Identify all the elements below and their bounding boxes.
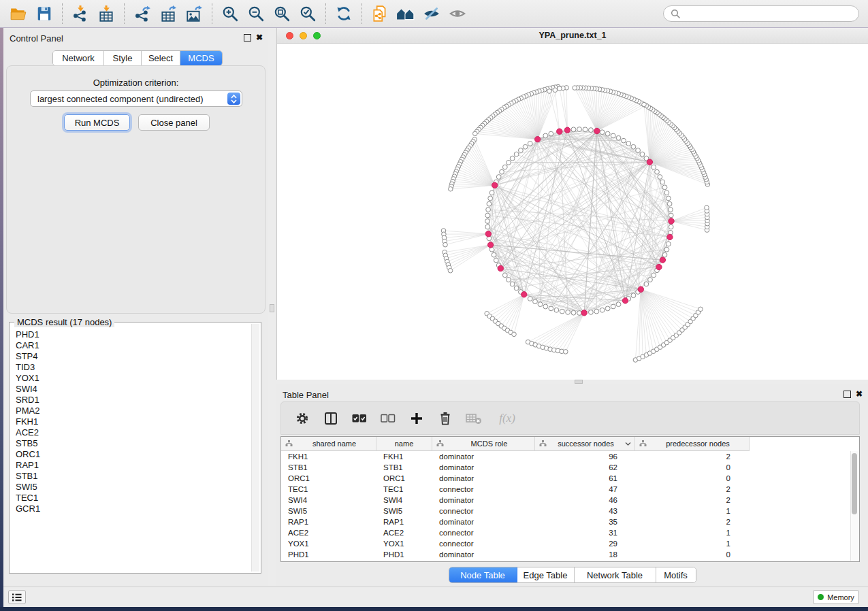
zoom-out-button[interactable] [243,1,269,26]
export-network-button[interactable] [129,1,155,26]
network-node[interactable] [655,169,660,174]
mcds-hub-node[interactable] [667,234,673,240]
toggle-panel-layout-button[interactable] [322,410,340,427]
mcds-hub-node[interactable] [581,310,587,316]
select-all-rows-button[interactable] [351,410,368,427]
network-node[interactable] [486,208,491,212]
network-node[interactable] [594,309,599,314]
network-node[interactable] [496,175,501,180]
network-node[interactable] [636,148,641,153]
leaf-node[interactable] [573,86,577,90]
network-node[interactable] [507,278,511,282]
network-node[interactable] [669,213,673,218]
leaf-node[interactable] [553,88,558,93]
network-node[interactable] [589,310,594,315]
network-node[interactable] [571,127,576,132]
table-row[interactable]: RAP1RAP1dominator352 [281,516,859,527]
network-node[interactable] [652,165,656,169]
network-node[interactable] [611,304,615,309]
float-panel-icon[interactable] [843,391,851,398]
table-row[interactable]: ORC1ORC1dominator610 [281,473,859,484]
mcds-result-item[interactable]: FKH1 [11,416,251,427]
table-scrollbar[interactable] [850,451,858,561]
mcds-list-scrollbar[interactable] [251,324,259,572]
network-canvas[interactable] [277,44,868,380]
network-node[interactable] [507,161,511,165]
mcds-hub-node[interactable] [622,298,628,303]
mcds-result-item[interactable]: SWI5 [11,482,251,493]
mcds-hub-node[interactable] [498,265,503,271]
network-node[interactable] [560,309,564,314]
network-node[interactable] [510,156,515,161]
mcds-hub-node[interactable] [638,286,643,292]
close-panel-icon[interactable]: ✖ [856,391,863,397]
mcds-result-item[interactable]: PHD1 [11,329,251,340]
search-field[interactable] [663,5,859,22]
network-node[interactable] [549,131,553,136]
mcds-result-item[interactable]: STB5 [11,438,251,449]
network-node[interactable] [543,133,548,138]
leaf-node[interactable] [558,86,562,91]
network-node[interactable] [514,152,519,156]
table-row[interactable]: FKH1FKH1dominator962 [281,451,859,462]
network-node[interactable] [485,213,490,218]
optimization-criterion-select[interactable]: largest connected component (undirected) [30,90,242,107]
network-node[interactable] [662,185,667,190]
hide-selected-button[interactable] [419,1,445,26]
mcds-hub-node[interactable] [521,292,527,297]
mcds-hub-node[interactable] [487,242,493,248]
network-node[interactable] [664,247,669,252]
deselect-all-rows-button[interactable] [379,410,397,427]
network-node[interactable] [533,299,538,304]
tab-motifs[interactable]: Motifs [656,567,696,582]
network-node[interactable] [669,225,673,229]
network-node[interactable] [571,310,576,315]
delete-column-button[interactable] [436,410,454,427]
network-node[interactable] [488,196,493,201]
column-header-successor-nodes[interactable]: successor nodes [535,437,635,451]
mcds-hub-node[interactable] [656,264,662,269]
vertical-splitter[interactable] [268,28,276,587]
table-row[interactable]: STB1STB1dominator620 [281,462,859,473]
network-node[interactable] [583,127,588,132]
network-node[interactable] [502,165,507,169]
mcds-result-item[interactable]: STP4 [11,351,251,362]
column-header-predecessor-nodes[interactable]: predecessor nodes [635,437,750,451]
network-node[interactable] [652,273,656,278]
mcds-hub-node[interactable] [660,257,665,263]
network-node[interactable] [622,138,626,143]
network-node[interactable] [600,130,605,135]
network-node[interactable] [487,201,492,206]
leaf-node[interactable] [547,89,552,94]
mcds-result-item[interactable]: SWI4 [11,384,251,395]
leaf-node[interactable] [512,332,517,337]
network-node[interactable] [494,258,498,263]
tab-select[interactable]: Select [142,51,180,65]
export-table-button[interactable] [155,1,181,26]
mcds-hub-node[interactable] [492,182,498,188]
network-node[interactable] [543,304,548,309]
leaf-node[interactable] [705,205,709,210]
mcds-hub-node[interactable] [564,127,570,133]
duplicate-network-button[interactable] [367,1,393,26]
tab-network-table[interactable]: Network Table [575,567,656,582]
mcds-hub-node[interactable] [669,218,674,224]
mcds-result-item[interactable]: CAR1 [11,340,251,351]
network-node[interactable] [589,128,594,133]
network-node[interactable] [514,286,519,291]
first-neighbors-button[interactable] [393,1,419,26]
tab-edge-table[interactable]: Edge Table [517,567,575,582]
mcds-result-item[interactable]: PMA2 [11,406,251,416]
network-node[interactable] [631,144,636,149]
task-history-button[interactable] [8,590,26,604]
network-node[interactable] [554,308,559,312]
refresh-view-button[interactable] [331,1,357,26]
network-node[interactable] [616,302,621,307]
mcds-hub-node[interactable] [485,231,491,237]
network-node[interactable] [616,135,621,140]
mcds-result-item[interactable]: SRD1 [11,395,251,406]
leaf-node[interactable] [443,242,448,247]
network-node[interactable] [577,311,582,316]
network-node[interactable] [662,252,667,257]
zoom-in-button[interactable] [217,1,243,26]
